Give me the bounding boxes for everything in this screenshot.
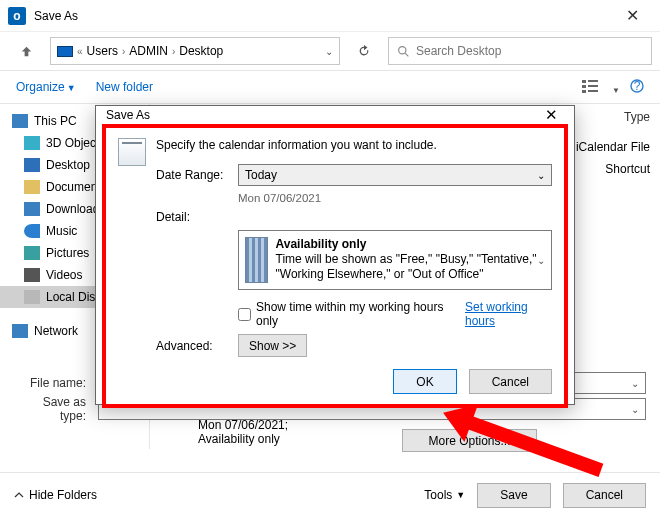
file-type: iCalendar File — [576, 140, 650, 154]
chevron-down-icon: ⌄ — [537, 255, 545, 266]
svg-rect-3 — [582, 85, 586, 88]
toolbar: Organize▼ New folder ▼ ? — [0, 70, 660, 104]
availability-icon — [245, 237, 268, 283]
calendar-saveas-dialog: Save As ✕ Specify the calendar informati… — [95, 105, 575, 405]
chevron-down-icon: ▼ — [612, 86, 620, 95]
close-icon[interactable]: ✕ — [612, 1, 652, 31]
detail-select[interactable]: Availability only Time will be shown as … — [238, 230, 552, 290]
file-type: Shortcut — [605, 162, 650, 176]
address-bar: « Users › ADMIN › Desktop ⌄ — [0, 32, 660, 70]
chevron-down-icon: ▼ — [456, 490, 465, 500]
video-icon — [24, 268, 40, 282]
advanced-label: Advanced: — [156, 339, 228, 353]
column-header-type[interactable]: Type — [624, 110, 650, 124]
checkbox-input[interactable] — [238, 308, 251, 321]
dialog-title: Save As — [106, 108, 150, 122]
refresh-button[interactable] — [346, 37, 382, 65]
chevron-up-icon — [14, 490, 24, 500]
breadcrumb-seg[interactable]: Desktop — [179, 44, 223, 58]
breadcrumb[interactable]: « Users › ADMIN › Desktop ⌄ — [50, 37, 340, 65]
svg-point-0 — [399, 46, 406, 53]
disk-icon — [24, 290, 40, 304]
show-advanced-button[interactable]: Show >> — [238, 334, 307, 357]
desktop-icon — [24, 158, 40, 172]
close-icon[interactable]: ✕ — [538, 106, 564, 124]
chevron-down-icon: ⌄ — [625, 404, 645, 415]
cube-icon — [24, 136, 40, 150]
download-icon — [24, 202, 40, 216]
window-titlebar: Save As ✕ — [0, 0, 660, 32]
cancel-button[interactable]: Cancel — [469, 369, 552, 394]
svg-text:?: ? — [634, 79, 641, 93]
breadcrumb-seg[interactable]: Users — [87, 44, 118, 58]
tools-button[interactable]: Tools▼ — [424, 488, 465, 502]
svg-rect-2 — [582, 80, 586, 83]
detail-description: Availability only Time will be shown as … — [276, 237, 545, 282]
pc-icon — [12, 114, 28, 128]
file-name-label: File name: — [14, 376, 86, 390]
window-title: Save As — [34, 9, 78, 23]
dialog-instruction: Specify the calendar information you wan… — [156, 138, 552, 152]
cancel-button[interactable]: Cancel — [563, 483, 646, 508]
svg-rect-7 — [588, 90, 598, 92]
music-icon — [24, 224, 40, 238]
detail-label: Detail: — [156, 210, 228, 224]
search-box[interactable] — [388, 37, 652, 65]
more-options-button[interactable]: More Options... — [402, 429, 537, 452]
view-button[interactable]: ▼ — [582, 79, 620, 96]
chevron-down-icon: ⌄ — [625, 378, 645, 389]
search-input[interactable] — [416, 44, 643, 58]
save-button[interactable]: Save — [477, 483, 550, 508]
calendar-icon — [118, 138, 146, 166]
sidebar-item-label: Desktop — [46, 158, 90, 172]
sidebar-item-label: Music — [46, 224, 77, 238]
hide-folders-button[interactable]: Hide Folders — [14, 488, 97, 502]
svg-rect-4 — [582, 90, 586, 93]
sidebar-item-label: This PC — [34, 114, 77, 128]
chevron-down-icon[interactable]: ⌄ — [325, 46, 333, 57]
breadcrumb-seg[interactable]: ADMIN — [129, 44, 168, 58]
view-icon — [582, 79, 610, 93]
chevron-down-icon: ⌄ — [537, 170, 545, 181]
working-hours-checkbox[interactable]: Show time within my working hours only — [238, 300, 447, 328]
date-range-label: Date Range: — [156, 168, 228, 182]
help-button[interactable]: ? — [630, 79, 644, 96]
picture-icon — [24, 246, 40, 260]
sidebar-item-label: Network — [34, 324, 78, 338]
up-arrow-icon — [19, 44, 34, 59]
sidebar-item-label: Videos — [46, 268, 82, 282]
svg-rect-6 — [588, 85, 598, 87]
chevron-right-icon: › — [172, 46, 175, 57]
save-type-label: Save as type: — [14, 395, 86, 423]
bottom-bar: Hide Folders Tools▼ Save Cancel — [0, 472, 660, 517]
dialog-titlebar: Save As ✕ — [96, 106, 574, 124]
date-range-subtext: Mon 07/06/2021 — [238, 192, 552, 204]
sidebar-item-label: Pictures — [46, 246, 89, 260]
chevron-right-icon: « — [77, 46, 83, 57]
set-working-hours-link[interactable]: Set working hours — [465, 300, 552, 328]
svg-rect-5 — [588, 80, 598, 82]
chevron-right-icon: › — [122, 46, 125, 57]
chevron-down-icon: ▼ — [67, 83, 76, 93]
search-icon — [397, 45, 410, 58]
refresh-icon — [357, 44, 371, 58]
date-range-select[interactable]: Today ⌄ — [238, 164, 552, 186]
pc-icon — [57, 46, 73, 57]
new-folder-button[interactable]: New folder — [96, 80, 153, 94]
up-button[interactable] — [8, 37, 44, 65]
outlook-icon — [8, 7, 26, 25]
network-icon — [12, 324, 28, 338]
ok-button[interactable]: OK — [393, 369, 456, 394]
help-icon: ? — [630, 79, 644, 93]
svg-line-1 — [405, 53, 408, 56]
document-icon — [24, 180, 40, 194]
sidebar-item-label: Local Disk — [46, 290, 101, 304]
organize-button[interactable]: Organize▼ — [16, 80, 76, 94]
